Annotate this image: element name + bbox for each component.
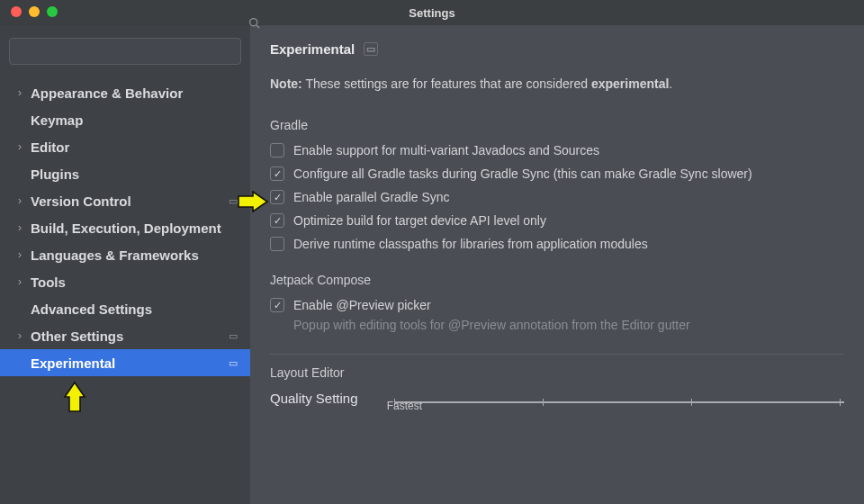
page-title: Experimental [270,41,355,57]
scope-badge-icon: ▭ [229,330,238,342]
sidebar-item-label: Editor [31,140,69,155]
sidebar-item-label: Tools [31,274,66,290]
jetpack-title: Jetpack Compose [270,273,844,287]
close-window-button[interactable] [11,6,22,17]
jetpack-section: Jetpack Compose Enable @Preview picker P… [270,273,844,332]
sidebar-item-appearance-behavior[interactable]: ›Appearance & Behavior [0,79,250,106]
gradle-option-checkbox-1[interactable] [270,166,284,181]
gradle-option-checkbox-0[interactable] [270,143,284,158]
scope-badge-icon: ▭ [229,195,238,207]
gradle-option-checkbox-4[interactable] [270,237,284,251]
note-bold: experimental [591,76,669,91]
enable-preview-picker-checkbox[interactable] [270,298,284,312]
gradle-option-label-4: Derive runtime classpaths for libraries … [293,237,648,251]
quality-slider[interactable]: Fastest [394,391,844,409]
sidebar: ›Appearance & BehaviorKeymap›EditorPlugi… [0,25,250,504]
chevron-right-icon: › [14,140,25,153]
gradle-title: Gradle [270,118,844,132]
gradle-option-label-2: Enable parallel Gradle Sync [293,190,450,204]
sidebar-item-label: Languages & Frameworks [31,248,199,263]
sidebar-item-label: Plugins [31,166,79,182]
sidebar-item-label: Appearance & Behavior [31,86,183,101]
sidebar-item-label: Version Control [31,194,131,209]
gradle-section: Gradle Enable support for multi-variant … [270,118,844,251]
gradle-option-label-0: Enable support for multi-variant Javadoc… [293,143,599,158]
sidebar-item-label: Keymap [31,112,83,128]
titlebar: Settings [0,0,864,25]
sidebar-item-label: Other Settings [31,328,123,344]
gradle-option-label-1: Configure all Gradle tasks during Gradle… [293,166,752,181]
window-title: Settings [409,6,454,20]
minimize-window-button[interactable] [29,6,40,17]
gradle-option-checkbox-2[interactable] [270,190,284,204]
gradle-option-label-3: Optimize build for target device API lev… [293,213,546,228]
chevron-right-icon: › [14,248,25,261]
note-body: These settings are for features that are… [302,76,591,91]
quality-setting-label: Quality Setting [270,391,358,406]
sidebar-item-label: Build, Execution, Deployment [31,220,221,236]
zoom-window-button[interactable] [47,6,58,17]
sidebar-item-advanced-settings[interactable]: Advanced Settings [0,295,250,322]
scope-badge-icon: ▭ [364,42,378,56]
layout-editor-section: Layout Editor Quality Setting Fastest [270,365,844,409]
gradle-option-checkbox-3[interactable] [270,213,284,228]
sidebar-item-languages-frameworks[interactable]: ›Languages & Frameworks [0,241,250,268]
sidebar-item-version-control[interactable]: ›Version Control▭ [0,187,250,214]
jetpack-hint: Popup with editing tools for @Preview an… [293,318,844,332]
note-suffix: . [669,76,672,91]
sidebar-item-other-settings[interactable]: ›Other Settings▭ [0,322,250,349]
experimental-note: Note: These settings are for features th… [270,76,844,91]
sidebar-item-tools[interactable]: ›Tools [0,268,250,295]
chevron-right-icon: › [14,275,25,288]
sidebar-item-keymap[interactable]: Keymap [0,106,250,133]
sidebar-item-plugins[interactable]: Plugins [0,160,250,187]
slider-label-fastest: Fastest [387,400,422,412]
chevron-right-icon: › [14,86,25,99]
sidebar-tree: ›Appearance & BehaviorKeymap›EditorPlugi… [0,79,250,504]
chevron-right-icon: › [14,221,25,234]
sidebar-item-label: Experimental [31,356,115,371]
chevron-right-icon: › [14,194,25,207]
search-input[interactable] [9,38,241,65]
note-prefix: Note: [270,76,302,91]
sidebar-item-editor[interactable]: ›Editor [0,133,250,160]
layout-editor-title: Layout Editor [270,365,844,380]
scope-badge-icon: ▭ [229,357,238,369]
sidebar-item-label: Advanced Settings [31,302,152,317]
divider [270,354,844,355]
sidebar-item-build-execution-deployment[interactable]: ›Build, Execution, Deployment [0,214,250,241]
content-pane: Experimental ▭ Note: These settings are … [250,25,864,504]
chevron-right-icon: › [14,329,25,342]
enable-preview-picker-label: Enable @Preview picker [293,298,431,312]
sidebar-item-experimental[interactable]: Experimental▭ [0,349,250,376]
